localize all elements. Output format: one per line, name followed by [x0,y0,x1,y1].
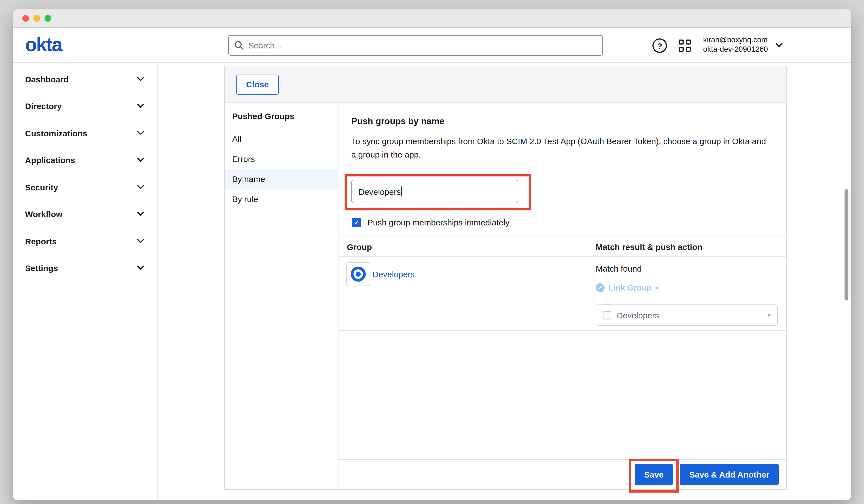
main-content-area: Close Pushed Groups All Errors By name B… [158,63,851,500]
subnav-item-errors[interactable]: Errors [225,148,338,169]
panel-footer: Save Save & Add Another [338,459,786,489]
link-group-label: Link Group [609,283,652,292]
sidebar-item-workflow[interactable]: Workflow [13,201,157,228]
window-titlebar [13,9,851,28]
chevron-down-icon [137,182,144,189]
chevron-down-icon [137,101,144,108]
window-zoom-button[interactable] [45,15,51,22]
sidebar-item-directory[interactable]: Directory [13,93,157,120]
browser-window: okta ? kiran@boxyhq.com okta-dev-2090126… [13,9,851,500]
group-input-zone: Developers [345,174,537,211]
column-header-group: Group [338,242,596,251]
group-name-link[interactable]: Developers [372,269,415,279]
chevron-down-icon [137,236,144,243]
pushed-groups-subnav: Pushed Groups All Errors By name By rule [225,103,338,489]
chevron-down-icon [137,74,144,81]
subnav-title: Pushed Groups [225,103,338,129]
check-icon: ✓ [354,218,359,226]
subnav-item-by-rule[interactable]: By rule [225,189,338,209]
match-cell: Match found Link Group ▾ Developers [596,256,786,330]
window-body: Dashboard Directory Customizations Appli… [13,63,851,500]
group-icon [351,267,366,281]
sidebar-item-dashboard[interactable]: Dashboard [13,66,157,93]
column-header-match: Match result & push action [596,242,786,251]
selected-group-value: Developers [617,310,659,320]
push-groups-panel: Close Pushed Groups All Errors By name B… [224,66,787,490]
search-icon [235,41,244,50]
chevron-down-icon [776,40,783,47]
close-button[interactable]: Close [236,74,279,94]
panel-toolbar: Close [225,66,786,103]
push-group-select[interactable]: Developers ▾ [596,304,778,326]
window-close-button[interactable] [22,15,29,22]
page-title: Push groups by name [351,116,786,127]
link-icon [596,283,604,292]
annotation-highlight-save [629,459,679,493]
sidebar-item-reports[interactable]: Reports [13,228,157,255]
chevron-down-icon [137,209,144,216]
description-text: To sync group memberships from Okta to S… [351,135,766,161]
group-cell: Developers [338,256,596,330]
search-box[interactable] [228,35,603,56]
help-icon[interactable]: ? [652,38,667,53]
sidebar-item-customizations[interactable]: Customizations [13,120,157,147]
link-group-dropdown[interactable]: Link Group ▾ [596,283,786,292]
caret-down-icon: ▾ [767,311,770,319]
push-immediately-checkbox[interactable]: ✓ [352,218,361,227]
search-input[interactable] [248,41,597,50]
sidebar-item-settings[interactable]: Settings [13,255,157,281]
okta-logo[interactable]: okta [25,33,62,56]
window-minimize-button[interactable] [33,15,40,22]
group-avatar [346,262,370,286]
desktop-background: okta ? kiran@boxyhq.com okta-dev-2090126… [0,0,864,504]
account-org: okta-dev-20901260 [703,45,768,54]
caret-down-icon: ▾ [656,284,659,291]
subnav-item-by-name[interactable]: By name [225,169,338,189]
sidebar-navigation: Dashboard Directory Customizations Appli… [13,63,158,500]
apps-grid-icon[interactable] [679,39,692,52]
chevron-down-icon [137,128,144,135]
text-cursor [401,187,402,196]
save-add-another-button[interactable]: Save & Add Another [680,464,779,485]
group-name-input[interactable]: Developers [351,180,518,203]
chevron-down-icon [137,263,144,270]
table-row: Developers Match found Link Group ▾ [338,256,786,331]
match-status: Match found [596,264,786,273]
account-email: kiran@boxyhq.com [703,35,768,45]
sidebar-item-applications[interactable]: Applications [13,147,157,174]
checkbox-label: Push group memberships immediately [368,218,509,227]
group-input-value: Developers [359,187,401,196]
match-table-header: Group Match result & push action [338,237,786,256]
top-navigation-bar: okta ? kiran@boxyhq.com okta-dev-2090126… [13,28,851,63]
chevron-down-icon [137,155,144,162]
push-by-name-content: Push groups by name To sync group member… [338,103,786,489]
subnav-item-all[interactable]: All [225,129,338,148]
account-menu[interactable]: kiran@boxyhq.com okta-dev-20901260 [703,35,782,54]
panel-body: Pushed Groups All Errors By name By rule… [225,103,786,489]
sidebar-item-security[interactable]: Security [13,174,157,201]
vertical-scrollbar[interactable] [844,189,849,301]
select-group-checkbox[interactable] [603,311,611,319]
push-immediately-row: ✓ Push group memberships immediately [352,218,786,227]
